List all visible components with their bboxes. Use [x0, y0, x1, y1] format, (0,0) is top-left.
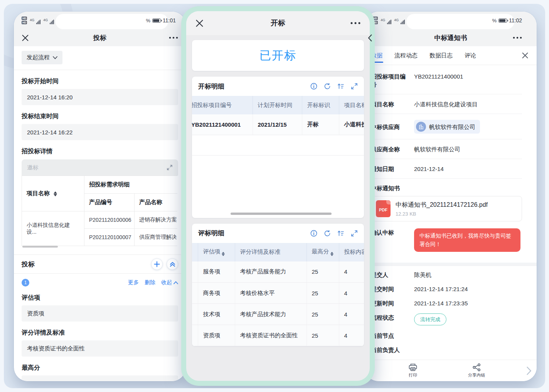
meta-row: 更新时间 2021-12-14 17:23:35 — [371, 296, 522, 310]
network-type-label: 4G — [381, 18, 385, 22]
add-item-button[interactable] — [151, 258, 163, 270]
back-icon[interactable] — [368, 34, 372, 42]
table-row[interactable]: YB2021121400001 2021/12/15 开标 小道科技信息化 — [192, 114, 364, 135]
field-label: 通知日期 — [371, 165, 406, 173]
info-icon[interactable] — [310, 83, 317, 90]
sort-order-icon[interactable] — [337, 83, 344, 89]
start-flow-button[interactable]: 发起流程 — [22, 51, 62, 64]
status-right-icons: % 11:01 — [146, 17, 176, 23]
grid-table-viewport[interactable]: 项目名称 招投标需求明细 产品编号 产品名称 小道科技信息化建 — [22, 176, 177, 246]
col-header-eval-item[interactable]: 评估项 — [198, 243, 235, 261]
expand-icon[interactable] — [167, 164, 173, 171]
close-icon[interactable] — [522, 52, 528, 59]
cell-summary: 4 — [339, 304, 364, 325]
middle-phone-bid-opening-screen: 开标 已开标 开标明细 — [181, 6, 375, 386]
more-link[interactable]: 更多 — [128, 279, 139, 286]
eval-item-input[interactable]: 资质项 — [22, 305, 178, 322]
field-label: 提交时间 — [371, 285, 406, 293]
tab-comments[interactable]: 评论 — [465, 46, 476, 65]
horizontal-scrollbar[interactable] — [22, 246, 58, 248]
table-row[interactable]: 技术项 考核产品技术能力 25 4 — [192, 304, 364, 325]
sort-order-icon[interactable] — [337, 230, 344, 236]
horizontal-scrollbar[interactable] — [231, 213, 332, 215]
more-icon[interactable] — [513, 37, 522, 39]
mid-app-header: 开标 — [186, 11, 370, 35]
network-type-label: 4G — [43, 18, 48, 22]
table-row[interactable]: 商务项 考核价格水平 25 4 — [192, 283, 364, 304]
cell-max-score: 25 — [306, 261, 339, 283]
refresh-icon[interactable] — [324, 230, 331, 237]
field-label: 流程状态 — [371, 313, 406, 325]
col-header: 计划开标时间 — [253, 96, 302, 114]
close-icon[interactable] — [22, 34, 29, 42]
supplier-chip[interactable]: 帆软软件有限公司 — [414, 120, 480, 134]
cell-eval-item: 商务项 — [198, 283, 235, 304]
table-row[interactable]: 服务项 考核产品服务能力 25 4 — [192, 261, 364, 283]
col-header-max-score[interactable]: 最高分 — [306, 243, 339, 261]
max-score-input[interactable]: 25 — [22, 375, 178, 381]
file-name: 中标通知书_20211214172126.pdf — [396, 201, 488, 209]
right-phone-award-notice-screen: HD HD 4G 4G % 11:02 中标通知书 — [365, 12, 537, 381]
page-background: HD HD 4G 4G % 11:01 投标 — [4, 4, 545, 388]
right-phone-top: HD HD 4G 4G % 11:02 中标通知书 — [365, 12, 537, 46]
network-type-label: 4G — [30, 18, 34, 22]
sort-icon — [222, 252, 225, 256]
field-row: 供应商全称 帆软软件有限公司 — [371, 139, 522, 159]
bid-section-header: 投标 — [14, 255, 186, 274]
bid-end-time-input[interactable]: 2021-12-14 16:22 — [22, 124, 178, 140]
open-bid-table-viewport[interactable]: 招投标项目编号 计划开标时间 开标标识 项目名称 YB2021121400001… — [192, 96, 364, 156]
left-status-bar: HD HD 4G 4G % 11:01 — [14, 12, 186, 29]
print-button[interactable]: 打印 — [388, 364, 438, 378]
field-value: 帆软软件有限公司 — [414, 120, 480, 134]
col-header: 项目名称 — [339, 96, 364, 114]
empty-row — [192, 135, 364, 155]
bid-section-title: 投标 — [22, 260, 35, 269]
field-row: 通知日期 2021-12-14 — [371, 159, 522, 179]
meta-row: 当前节点 — [371, 328, 522, 343]
left-form-body: 发起流程 投标开始时间 2021-12-14 16:20 投标结束时间 2021… — [14, 46, 186, 381]
col-header-product-code: 产品编号 — [84, 194, 135, 211]
col-header-project-name[interactable]: 项目名称 — [22, 176, 84, 211]
tab-process-dynamics[interactable]: 流程动态 — [394, 46, 418, 65]
field-value: 2021-12-14 — [414, 165, 444, 173]
bid-start-time-input[interactable]: 2021-12-14 16:20 — [22, 89, 178, 105]
field-value: 小道科技信息化建设项目 — [414, 100, 478, 108]
card-title: 开标明细 — [198, 82, 224, 91]
more-icon[interactable] — [169, 37, 178, 39]
cell-eval-item: 技术项 — [198, 304, 235, 325]
info-icon[interactable] — [310, 230, 317, 237]
right-status-bar: HD HD 4G 4G % 11:02 — [365, 12, 537, 29]
table-row[interactable]: 资质项 考核资质证书的全面性 25 4 — [192, 325, 364, 346]
cell-criteria: 考核资质证书的全面性 — [235, 325, 306, 346]
cell-product-name: 供应商管理解决 — [135, 229, 178, 246]
close-icon[interactable] — [195, 19, 204, 27]
table-row[interactable]: 小道科技信息化建设... P2021120100006 进销存解决方案 — [22, 211, 178, 229]
fullscreen-icon[interactable] — [351, 230, 358, 237]
evaluation-table: 评估项 评分详情及标准 最高分 投标内容概述 服务项 考核产品服务能力 25 — [192, 243, 364, 347]
share-internal-link-button[interactable]: 分享内链 — [451, 364, 502, 378]
cell-max-score: 25 — [306, 283, 339, 304]
hd-icon: HD HD — [22, 17, 27, 24]
network-type-label: 4G — [394, 18, 399, 22]
refresh-icon[interactable] — [324, 83, 331, 90]
grid-toolbar: 邀标 — [22, 159, 178, 176]
collapse-link[interactable]: 收起 — [161, 279, 178, 286]
confirm-message-badge: 中标通知书已收到，我将尽快与贵司签署合同！ — [414, 228, 520, 252]
criteria-input[interactable]: 考核资质证书的全面性 — [22, 340, 178, 357]
tab-data-log[interactable]: 数据日志 — [429, 46, 453, 65]
bid-item-row: 1 更多 删除 收起 — [22, 279, 178, 286]
sort-icon[interactable] — [54, 191, 57, 196]
chevron-right-icon[interactable] — [527, 367, 531, 375]
more-icon[interactable] — [350, 22, 360, 24]
open-bid-detail-card: 开标明细 招投标项目编号 计划开标时间 开标标识 — [192, 77, 364, 218]
field-label: 当前节点 — [371, 332, 406, 340]
open-bid-table: 招投标项目编号 计划开标时间 开标标识 项目名称 YB2021121400001… — [192, 96, 364, 156]
fullscreen-icon[interactable] — [351, 83, 358, 90]
submitter-link[interactable]: 陈美机 — [414, 271, 431, 279]
pdf-attachment-card[interactable]: PDF 中标通知书_20211214172126.pdf 12.23 KB — [371, 196, 522, 221]
delete-link[interactable]: 删除 — [145, 279, 155, 286]
evaluation-table-viewport[interactable]: 评估项 评分详情及标准 最高分 投标内容概述 服务项 考核产品服务能力 25 — [192, 243, 364, 347]
cell-summary: 4 — [339, 261, 364, 283]
file-size: 12.23 KB — [396, 211, 488, 217]
collapse-all-button[interactable] — [167, 258, 178, 270]
